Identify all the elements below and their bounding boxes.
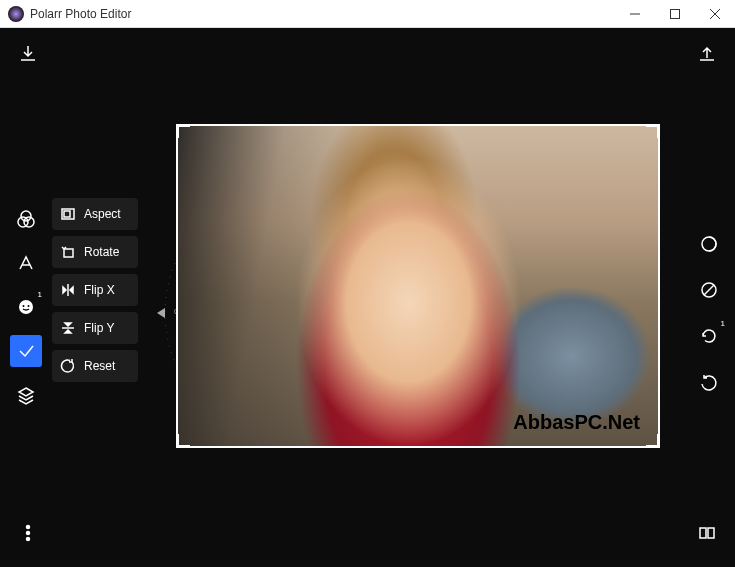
- crop-handle-bottom-left[interactable]: [176, 434, 190, 448]
- close-button[interactable]: [695, 0, 735, 28]
- crop-handle-top-right[interactable]: [646, 124, 660, 138]
- crop-tool[interactable]: [10, 335, 42, 367]
- svg-rect-12: [64, 249, 73, 257]
- aspect-label: Aspect: [84, 207, 121, 221]
- rotate-label: Rotate: [84, 245, 119, 259]
- minimize-button[interactable]: [615, 0, 655, 28]
- crop-panel: Aspect Rotate Flip X Flip Y Reset: [52, 198, 138, 382]
- right-toolbar: 1: [693, 228, 725, 398]
- import-button[interactable]: [14, 40, 42, 68]
- svg-point-18: [27, 538, 30, 541]
- app-workspace: 1 Aspect Rotate Flip X Flip Y Reset: [0, 28, 735, 567]
- window-controls: [615, 0, 735, 28]
- history-tool[interactable]: 1: [693, 320, 725, 352]
- svg-point-8: [23, 305, 25, 307]
- left-toolbar: 1: [10, 203, 42, 411]
- svg-point-7: [19, 300, 33, 314]
- flipy-button[interactable]: Flip Y: [52, 312, 138, 344]
- svg-point-17: [27, 532, 30, 535]
- maximize-button[interactable]: [655, 0, 695, 28]
- text-tool[interactable]: [10, 247, 42, 279]
- aspect-button[interactable]: Aspect: [52, 198, 138, 230]
- overlay-tool[interactable]: [693, 274, 725, 306]
- svg-point-6: [24, 217, 34, 227]
- color-tool[interactable]: [10, 203, 42, 235]
- rotate-button[interactable]: Rotate: [52, 236, 138, 268]
- reset-button[interactable]: Reset: [52, 350, 138, 382]
- crop-handle-top-left[interactable]: [176, 124, 190, 138]
- layers-tool[interactable]: [10, 379, 42, 411]
- face-badge: 1: [38, 290, 42, 299]
- svg-rect-11: [64, 211, 70, 217]
- svg-point-16: [27, 526, 30, 529]
- history-badge: 1: [721, 319, 725, 328]
- svg-point-9: [28, 305, 30, 307]
- effects-tool[interactable]: [693, 228, 725, 260]
- crop-handle-bottom-right[interactable]: [646, 434, 660, 448]
- svg-line-15: [704, 285, 714, 295]
- more-button[interactable]: [14, 519, 42, 547]
- reset-label: Reset: [84, 359, 115, 373]
- image-canvas[interactable]: AbbasPC.Net: [178, 126, 658, 446]
- app-icon: [8, 6, 24, 22]
- flipy-label: Flip Y: [84, 321, 114, 335]
- flipx-button[interactable]: Flip X: [52, 274, 138, 306]
- svg-rect-20: [708, 528, 714, 538]
- undo-tool[interactable]: [693, 366, 725, 398]
- crop-frame[interactable]: [176, 124, 660, 448]
- svg-rect-19: [700, 528, 706, 538]
- face-tool[interactable]: 1: [10, 291, 42, 323]
- svg-point-4: [21, 211, 31, 221]
- window-titlebar: Polarr Photo Editor: [0, 0, 735, 28]
- compare-button[interactable]: [693, 519, 721, 547]
- app-title: Polarr Photo Editor: [30, 7, 615, 21]
- export-button[interactable]: [693, 40, 721, 68]
- svg-rect-1: [671, 9, 680, 18]
- flipx-label: Flip X: [84, 283, 115, 297]
